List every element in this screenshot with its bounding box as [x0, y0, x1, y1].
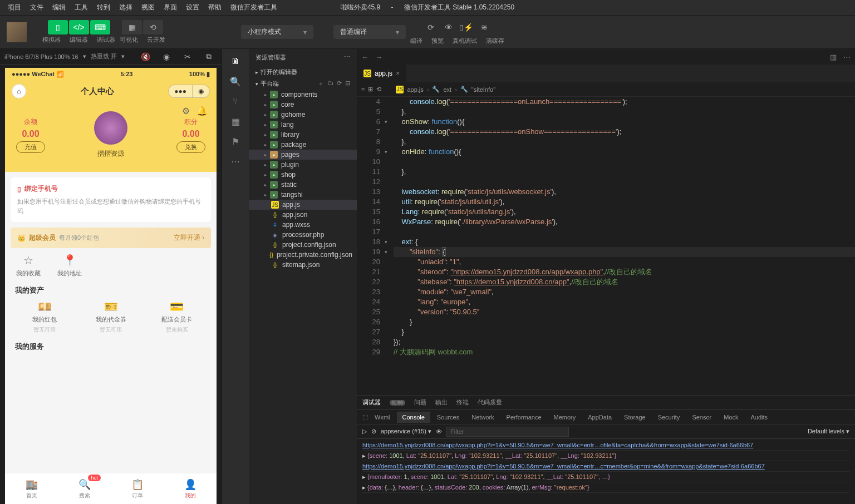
performance-tab[interactable]: Performance — [501, 412, 547, 423]
close-tab-icon[interactable]: × — [396, 70, 400, 77]
editor-tab-appjs[interactable]: JSapp.js× — [357, 65, 406, 82]
menu-settings[interactable]: 设置 — [183, 2, 203, 13]
bind-phone-card[interactable]: ▯绑定手机号 如果您用手机号注册过会员或您想通过微信外购物请绑定您的手机号码 — [11, 177, 211, 222]
bell-icon[interactable]: 🔔 — [196, 106, 208, 116]
tree-item-static[interactable]: ▪static — [249, 180, 357, 190]
sources-tab[interactable]: Sources — [431, 412, 465, 423]
menu-view[interactable]: 视图 — [138, 2, 158, 13]
tree-item-app-js[interactable]: JSapp.js — [249, 200, 357, 210]
console-output[interactable]: https://demo15.ynjdzzd008.cn/app/wxapp.p… — [357, 439, 855, 504]
profile-avatar[interactable] — [94, 111, 127, 145]
menu-goto[interactable]: 转到 — [94, 2, 114, 13]
tab-home[interactable]: 🏬首页 — [5, 473, 58, 504]
console-tab[interactable]: Console — [397, 412, 430, 423]
levels-dropdown[interactable]: Default levels ▾ — [808, 428, 849, 435]
capsule-button[interactable]: ●●●◉ — [168, 85, 210, 98]
device-dropdown[interactable]: iPhone 6/7/8 Plus 100% 16 — [4, 53, 78, 60]
remote-debug-button[interactable]: ▯⚡ — [458, 19, 475, 36]
tree-item-package[interactable]: ▪package — [249, 140, 357, 150]
cloud-button[interactable]: ⟲ — [143, 20, 163, 34]
clear-console-icon[interactable]: ⊘ — [371, 428, 376, 435]
menu-select[interactable]: 选择 — [116, 2, 136, 13]
compile-dropdown[interactable]: 普通编译 — [333, 25, 406, 39]
tree-item-project-config-json[interactable]: {}project.config.json — [249, 240, 357, 250]
copy-icon[interactable]: ⧉ — [200, 48, 217, 65]
preview-button[interactable]: 👁 — [440, 19, 457, 36]
plugin-icon[interactable]: ⚑ — [227, 132, 244, 150]
tree-item-processor-php[interactable]: ◈processor.php — [249, 230, 357, 240]
mute-icon[interactable]: 🔇 — [137, 48, 154, 65]
more-icon[interactable]: ⋯ — [227, 152, 244, 170]
editor-button[interactable]: </> — [69, 20, 89, 34]
filter-input[interactable] — [446, 427, 569, 437]
sensor-tab[interactable]: Sensor — [686, 412, 717, 423]
breadcrumb[interactable]: ≡⊞⟲JS app.js› 🔧ext› 🔧"siteInfo" — [357, 82, 855, 97]
menu-edit[interactable]: 编辑 — [49, 2, 69, 13]
storage-tab[interactable]: Storage — [618, 412, 651, 423]
context-dropdown[interactable]: appservice (#15) ▾ — [381, 428, 431, 435]
recharge-button[interactable]: 充值 — [16, 141, 45, 153]
inspect-icon[interactable]: ⬚ — [362, 413, 368, 421]
clear-cache-button[interactable]: ≋ — [476, 19, 493, 36]
mock-tab[interactable]: Mock — [718, 412, 744, 423]
code-editor[interactable]: 4567891011121314151617181920212223242526… — [357, 97, 855, 395]
new-folder-icon[interactable]: 🗀 — [327, 80, 333, 88]
cut-icon[interactable]: ✂ — [179, 48, 196, 65]
coupon-item[interactable]: 🎫我的代金券暂无可用 — [78, 300, 144, 334]
settings-icon[interactable]: ⚙ — [182, 106, 190, 116]
tree-item-library[interactable]: ▪library — [249, 130, 357, 140]
open-editors-section[interactable]: 打开的编辑器 — [249, 66, 357, 78]
compile-button[interactable]: ⟳ — [422, 19, 439, 36]
tab-search[interactable]: hot🔍搜索 — [58, 473, 111, 504]
tree-item-lang[interactable]: ▪lang — [249, 120, 357, 130]
delivery-card-item[interactable]: 💳配送会员卡暂未购买 — [144, 300, 210, 334]
split-icon[interactable]: ▥ — [830, 53, 837, 61]
debugger-tab[interactable]: 调试器 — [362, 398, 381, 407]
stop-icon[interactable]: ◉ — [158, 48, 175, 65]
memory-tab[interactable]: Memory — [548, 412, 582, 423]
tree-item-sitemap-json[interactable]: {}sitemap.json — [249, 260, 357, 270]
appdata-tab[interactable]: AppData — [582, 412, 617, 423]
mode-dropdown[interactable]: 小程序模式 — [241, 25, 313, 39]
tree-item-plugin[interactable]: ▪plugin — [249, 160, 357, 170]
tab-orders[interactable]: 📋订单 — [111, 473, 164, 504]
debugger-button[interactable]: ⌨ — [90, 20, 110, 34]
eye-icon[interactable]: 👁 — [436, 428, 442, 435]
menu-tools[interactable]: 工具 — [71, 2, 91, 13]
menu-file[interactable]: 文件 — [27, 2, 47, 13]
tab-mine[interactable]: 👤我的 — [164, 473, 217, 504]
tree-item-components[interactable]: ▪components — [249, 90, 357, 100]
address-button[interactable]: 📍我的地址 — [57, 254, 82, 278]
tree-item-gohome[interactable]: ▪gohome — [249, 110, 357, 120]
new-file-icon[interactable]: ＋ — [318, 80, 324, 88]
search-icon[interactable]: 🔍 — [227, 72, 244, 90]
menu-devtools[interactable]: 微信开发者工具 — [227, 2, 281, 13]
home-button[interactable]: ⌂ — [12, 84, 26, 98]
user-avatar[interactable] — [7, 22, 27, 42]
extensions-icon[interactable]: ▦ — [227, 112, 244, 130]
simulator-button[interactable]: ▯ — [48, 20, 68, 34]
tree-item-core[interactable]: ▪core — [249, 100, 357, 110]
menu-help[interactable]: 帮助 — [205, 2, 225, 13]
quality-tab[interactable]: 代码质量 — [478, 398, 502, 407]
git-icon[interactable]: ⑂ — [227, 92, 244, 110]
tree-item-tangshi[interactable]: ▪tangshi — [249, 190, 357, 200]
explorer-more-icon[interactable]: ⋯ — [344, 53, 350, 62]
tree-item-pages[interactable]: ▪pages — [249, 150, 357, 160]
exchange-button[interactable]: 兑换 — [176, 141, 205, 153]
explorer-icon[interactable]: 🗎 — [227, 52, 244, 70]
menu-project[interactable]: 项目 — [4, 2, 24, 13]
visual-button[interactable]: ▦ — [122, 20, 142, 34]
favorites-button[interactable]: ☆我的收藏 — [16, 254, 41, 278]
tree-item-app-json[interactable]: {}app.json — [249, 210, 357, 220]
project-section[interactable]: 平台端 ＋🗀⟳⊟ — [249, 78, 357, 90]
menu-ui[interactable]: 界面 — [160, 2, 180, 13]
back-icon[interactable]: ← — [361, 53, 368, 61]
terminal-tab[interactable]: 终端 — [456, 398, 469, 407]
tree-item-project-private-config-json[interactable]: {}project.private.config.json — [249, 250, 357, 260]
stop-console-icon[interactable]: ▷ — [362, 428, 367, 435]
refresh-icon[interactable]: ⟳ — [337, 80, 342, 88]
security-tab[interactable]: Security — [652, 412, 686, 423]
vip-bar[interactable]: 👑 超级会员 每月领0个红包 立即开通 › — [11, 228, 211, 248]
network-tab[interactable]: Network — [466, 412, 499, 423]
